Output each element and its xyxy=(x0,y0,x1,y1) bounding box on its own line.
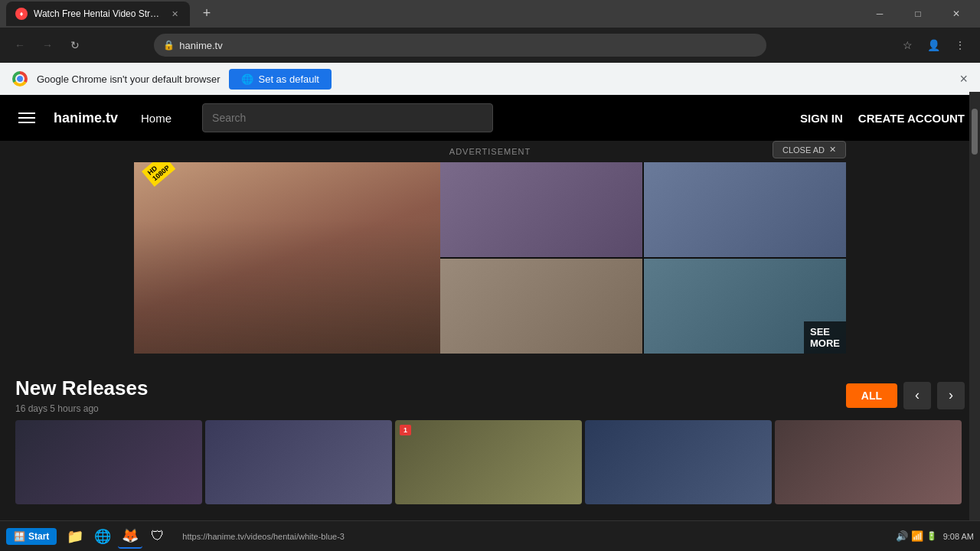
hamburger-line-2 xyxy=(18,117,35,119)
taskbar-firefox-icon[interactable]: 🦊 xyxy=(118,524,142,549)
set-default-chrome-icon: 🌐 xyxy=(241,73,253,85)
minimize-button[interactable]: ─ xyxy=(862,2,897,25)
address-bar: ← → ↻ 🔒 hanime.tv ☆ 👤 ⋮ xyxy=(0,28,980,63)
search-input[interactable] xyxy=(212,112,483,124)
taskbar: 🪟 Start 📁 🌐 🦊 🛡 https://hanime.tv/videos… xyxy=(0,520,980,551)
thumb-image-2 xyxy=(205,420,392,504)
section-title-area: New Releases 16 days 5 hours ago xyxy=(15,377,148,414)
tray-icon-battery[interactable]: 🔋 xyxy=(926,531,937,541)
status-url: https://hanime.tv/videos/hentai/white-bl… xyxy=(182,532,345,541)
advertisement-banner[interactable]: HD1080P SEEMORE xyxy=(134,162,846,354)
tab-title: Watch Free Hentai Video Streams C... xyxy=(34,8,162,19)
nav-home[interactable]: Home xyxy=(141,112,172,125)
close-ad-button[interactable]: CLOSE AD ✕ xyxy=(773,141,846,158)
set-default-label: Set as default xyxy=(258,73,319,85)
create-account-button[interactable]: CREATE ACCOUNT xyxy=(858,112,965,125)
site-nav: Home xyxy=(141,112,172,125)
title-bar: ♦ Watch Free Hentai Video Streams C... ✕… xyxy=(0,0,980,28)
chrome-logo xyxy=(12,71,28,86)
all-button[interactable]: ALL xyxy=(846,383,897,408)
address-right-controls: ☆ 👤 ⋮ xyxy=(897,34,971,56)
thumb-image-3 xyxy=(395,420,582,504)
menu-icon[interactable]: ⋮ xyxy=(949,34,971,56)
see-more-overlay: SEEMORE xyxy=(804,321,846,354)
close-ad-icon: ✕ xyxy=(829,145,836,155)
close-ad-label: CLOSE AD xyxy=(782,145,825,155)
hamburger-line-3 xyxy=(18,122,35,123)
scrollbar[interactable] xyxy=(969,92,980,520)
hamburger-menu-button[interactable] xyxy=(15,109,38,126)
ad-grid-3 xyxy=(440,259,642,354)
section-header: New Releases 16 days 5 hours ago ALL ‹ › xyxy=(15,377,965,414)
start-icon: 🪟 xyxy=(14,531,25,542)
notification-bar: Google Chrome isn't your default browser… xyxy=(0,63,980,95)
ad-image-grid: SEEMORE xyxy=(440,162,846,354)
video-row: 1 xyxy=(15,420,965,504)
bookmark-icon[interactable]: ☆ xyxy=(897,34,919,56)
close-button[interactable]: ✕ xyxy=(939,2,974,25)
thumb-image-5 xyxy=(775,420,962,504)
episode-badge-3: 1 xyxy=(400,425,411,435)
tray-icon-volume[interactable]: 🔊 xyxy=(896,530,908,542)
prev-arrow-button[interactable]: ‹ xyxy=(903,382,931,409)
section-controls: ALL ‹ › xyxy=(846,382,965,409)
thumb-image-1 xyxy=(15,420,202,504)
ad-grid-2 xyxy=(644,162,846,257)
ad-grid-1 xyxy=(440,162,642,257)
ad-grid-4: SEEMORE xyxy=(644,259,846,354)
video-thumbnail-5[interactable] xyxy=(775,420,962,504)
advertisement-label: ADVERTISEMENT xyxy=(449,144,531,159)
reload-button[interactable]: ↻ xyxy=(64,34,86,56)
browser-tab[interactable]: ♦ Watch Free Hentai Video Streams C... ✕ xyxy=(6,2,190,26)
maximize-button[interactable]: □ xyxy=(900,2,936,25)
start-label: Start xyxy=(28,531,49,542)
set-default-button[interactable]: 🌐 Set as default xyxy=(229,69,332,90)
video-thumbnail-2[interactable] xyxy=(205,420,392,504)
video-thumbnail-3[interactable]: 1 xyxy=(395,420,582,504)
search-bar-container xyxy=(202,103,493,132)
tab-close-button[interactable]: ✕ xyxy=(168,8,181,20)
thumb-image-4 xyxy=(585,420,772,504)
taskbar-explorer-icon[interactable]: 📁 xyxy=(63,524,87,549)
site-header: hanime.tv Home SIGN IN CREATE ACCOUNT xyxy=(0,95,980,141)
notification-text: Google Chrome isn't your default browser xyxy=(37,73,220,85)
taskbar-shield-icon[interactable]: 🛡 xyxy=(145,524,170,549)
profile-icon[interactable]: 👤 xyxy=(923,34,945,56)
section-title: New Releases xyxy=(15,377,148,400)
sign-in-button[interactable]: SIGN IN xyxy=(800,112,843,125)
section-subtitle: 16 days 5 hours ago xyxy=(15,403,148,414)
url-bar[interactable]: 🔒 hanime.tv xyxy=(154,34,766,57)
site-logo[interactable]: hanime.tv xyxy=(54,110,118,126)
start-button[interactable]: 🪟 Start xyxy=(6,528,57,545)
search-bar[interactable] xyxy=(202,103,493,132)
taskbar-right: 🔊 📶 🔋 9:08 AM xyxy=(896,530,974,542)
main-content: New Releases 16 days 5 hours ago ALL ‹ ›… xyxy=(0,361,980,504)
back-button[interactable]: ← xyxy=(9,34,31,56)
tab-favicon: ♦ xyxy=(15,8,28,20)
hamburger-line-1 xyxy=(18,112,35,114)
window-controls: ─ □ ✕ xyxy=(862,2,974,25)
notification-close-button[interactable]: × xyxy=(959,71,968,87)
header-right: SIGN IN CREATE ACCOUNT xyxy=(800,112,965,125)
new-tab-button[interactable]: + xyxy=(196,2,217,24)
next-arrow-button[interactable]: › xyxy=(937,382,965,409)
video-thumbnail-1[interactable] xyxy=(15,420,202,504)
taskbar-ie-icon[interactable]: 🌐 xyxy=(90,524,115,549)
system-tray: 🔊 📶 🔋 xyxy=(896,530,937,542)
tray-icon-network[interactable]: 📶 xyxy=(911,530,923,542)
scrollbar-thumb[interactable] xyxy=(972,109,978,155)
lock-icon: 🔒 xyxy=(163,40,175,51)
time-display: 9:08 AM xyxy=(943,532,974,541)
forward-button[interactable]: → xyxy=(37,34,58,56)
video-thumbnail-4[interactable] xyxy=(585,420,772,504)
url-text: hanime.tv xyxy=(179,40,757,51)
taskbar-items: 📁 🌐 🦊 🛡 xyxy=(63,524,170,549)
